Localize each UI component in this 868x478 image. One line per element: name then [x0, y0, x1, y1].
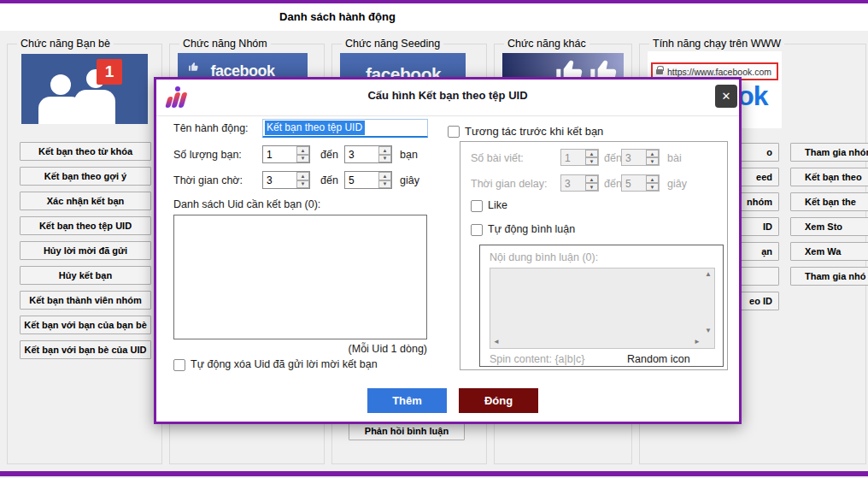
spin-down-icon[interactable]: ▼: [296, 155, 309, 163]
spin-hint: Spin content: {a|b|c}: [490, 353, 584, 365]
to-word: đến: [604, 152, 622, 164]
interact-groupbox: Số bài viết: 1 ▲▼ đến 3 ▲▼ bài Thời gian…: [460, 141, 728, 370]
posts-to-stepper[interactable]: 3 ▲▼: [621, 149, 660, 166]
button-ket-ban-voi-ban-cua-ban-be[interactable]: Kết bạn với bạn của bạn bè: [20, 316, 151, 334]
wait-label: Thời gian chờ:: [173, 174, 243, 186]
scroll-down-icon[interactable]: ▼: [705, 328, 712, 334]
spin-down-icon[interactable]: ▼: [646, 183, 659, 191]
spin-down-icon[interactable]: ▼: [646, 157, 659, 165]
spin-down-icon[interactable]: ▼: [378, 180, 391, 189]
posts-unit: bài: [667, 152, 682, 164]
delay-to-stepper[interactable]: 5 ▲▼: [621, 174, 660, 192]
friend-request-image: 1: [21, 54, 148, 124]
lock-icon: [656, 69, 663, 74]
spin-down-icon[interactable]: ▼: [296, 180, 309, 189]
groupbox-khac-title: Chức năng khác: [504, 38, 589, 50]
button-xem-story[interactable]: Xem Sto: [790, 217, 868, 236]
groupbox-www-title: Tính năng chạy trên WWW: [649, 38, 784, 50]
scroll-up-icon[interactable]: ▲: [705, 271, 712, 278]
spin-up-icon[interactable]: ▲: [585, 150, 598, 157]
uid-list-label: Danh sách Uid cần kết bạn (0):: [173, 198, 320, 210]
button-ket-ban-voi-ban-be-cua-uid[interactable]: Kết bạn với bạn bè của UID: [20, 340, 151, 359]
groupbox-friends-title: Chức năng Bạn bè: [17, 38, 114, 50]
action-name-value: Kết bạn theo tệp UID: [265, 121, 365, 135]
notification-badge: 1: [97, 59, 122, 85]
to-word: đến: [320, 174, 338, 186]
spin-up-icon[interactable]: ▲: [378, 172, 391, 180]
action-name-label: Tên hành động:: [173, 122, 249, 134]
to-word: đến: [604, 178, 622, 190]
wait-unit: giây: [400, 174, 419, 186]
person-body-icon: [38, 97, 83, 124]
close-button[interactable]: ✕: [715, 85, 737, 108]
friend-count-from-stepper[interactable]: 1 ▲▼: [262, 145, 310, 163]
friend-count-to-stepper[interactable]: 3 ▲▼: [344, 145, 392, 163]
button-xem-wall[interactable]: Xem Wa: [790, 242, 868, 261]
groupbox-seeding-title: Chức năng Seeding: [342, 38, 443, 50]
spin-up-icon[interactable]: ▲: [646, 150, 659, 157]
button-ket-ban-theo-tep-uid[interactable]: Kết bạn theo tệp UID: [20, 216, 151, 235]
button-ket-ban-thanh-vien-nhom[interactable]: Kết bạn thành viên nhóm: [20, 291, 151, 310]
friend-unit: bạn: [400, 149, 418, 161]
button-ket-ban-theo-tu-khoa[interactable]: Kết bạn theo từ khóa: [20, 142, 151, 161]
auto-comment-label: Tự động bình luận: [488, 223, 575, 235]
to-word: đến: [320, 149, 338, 161]
button-ket-ban-the[interactable]: Kết bạn the: [790, 192, 868, 211]
posts-label: Số bài viết:: [471, 152, 524, 164]
spin-up-icon[interactable]: ▲: [296, 146, 309, 155]
thumb-up-icon: [188, 61, 200, 73]
delay-unit: giây: [667, 178, 687, 190]
wait-from-stepper[interactable]: 3 ▲▼: [262, 171, 310, 189]
title-separator: [156, 115, 739, 116]
auto-comment-checkbox[interactable]: [471, 224, 483, 236]
spin-down-icon[interactable]: ▼: [585, 157, 598, 165]
config-dialog: Cấu hình Kết bạn theo tệp UID ✕ Tên hành…: [154, 77, 742, 424]
like-label: Like: [488, 199, 507, 211]
url-text: https://www.facebook.com: [667, 67, 771, 77]
button-phan-hoi-binh-luan[interactable]: Phản hồi bình luận: [349, 422, 465, 440]
scroll-left-icon[interactable]: ◄: [493, 339, 500, 345]
button-huy-ket-ban[interactable]: Hủy kết bạn: [20, 266, 151, 285]
button-huy-loi-moi-da-gui[interactable]: Hủy lời mời đã gửi: [20, 241, 151, 260]
button-tham-gia-nhom[interactable]: Tham gia nhóm: [790, 143, 868, 162]
comment-groupbox: Nội dung bình luận (0): ▲ ▼ ◄ ► Spin con…: [479, 245, 724, 367]
button-xac-nhan-ket-ban[interactable]: Xác nhận kết bạn: [20, 192, 151, 210]
uid-hint: (Mỗi Uid 1 dòng): [173, 343, 427, 355]
close-dialog-button[interactable]: Đóng: [459, 388, 538, 413]
person-icon: [50, 74, 71, 95]
like-checkbox[interactable]: [471, 200, 483, 212]
spin-up-icon[interactable]: ▲: [296, 172, 309, 180]
bottom-accent-bar: [0, 471, 868, 476]
button-ket-ban-theo-goi-y[interactable]: Kết bạn theo gợi ý: [20, 167, 151, 186]
interact-before-checkbox[interactable]: [448, 126, 460, 138]
add-button[interactable]: Thêm: [367, 388, 447, 413]
dialog-title: Cấu hình Kết bạn theo tệp UID: [156, 89, 739, 102]
spin-up-icon[interactable]: ▲: [585, 175, 598, 183]
auto-delete-label: Tự động xóa Uid đã gửi lời mời kết bạn: [191, 358, 378, 370]
auto-delete-checkbox[interactable]: [173, 359, 185, 371]
delay-label: Thời gian delay:: [471, 178, 548, 190]
page-title: Danh sách hành động: [0, 10, 675, 23]
groupbox-nhom-title: Chức năng Nhóm: [179, 38, 271, 50]
wait-to-stepper[interactable]: 5 ▲▼: [344, 171, 392, 189]
random-icon-label: Random icon: [627, 353, 690, 365]
spin-up-icon[interactable]: ▲: [378, 146, 391, 155]
comment-textarea[interactable]: ▲ ▼ ◄ ►: [490, 268, 715, 349]
spin-up-icon[interactable]: ▲: [646, 175, 659, 183]
action-name-input[interactable]: Kết bạn theo tệp UID: [262, 119, 428, 138]
friend-count-label: Số lượng bạn:: [173, 149, 242, 161]
spin-down-icon[interactable]: ▼: [585, 183, 598, 191]
interact-before-label: Tương tác trước khi kết bạn: [465, 125, 603, 138]
posts-from-stepper[interactable]: 1 ▲▼: [560, 149, 599, 166]
uid-list-textarea[interactable]: [173, 215, 427, 339]
scroll-right-icon[interactable]: ►: [694, 339, 701, 345]
spin-down-icon[interactable]: ▼: [378, 155, 391, 163]
button-ket-ban-theo[interactable]: Kết bạn theo: [790, 168, 868, 186]
delay-from-stepper[interactable]: 3 ▲▼: [560, 174, 599, 192]
button-tham-gia-nho[interactable]: Tham gia nhó: [790, 267, 868, 286]
comment-label: Nội dung bình luận (0):: [490, 251, 598, 263]
